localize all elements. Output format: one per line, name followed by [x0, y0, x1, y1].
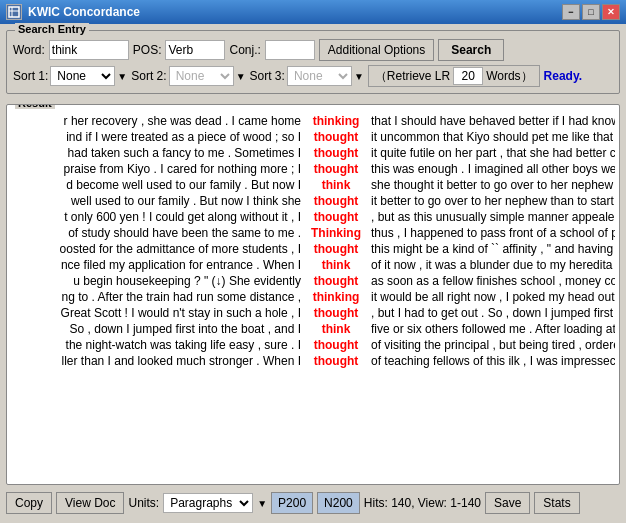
sort1-arrow-icon: ▼ [117, 71, 127, 82]
sort3-select[interactable]: None [287, 66, 352, 86]
left-context: u begin housekeeping ? " (↓) She evident… [11, 273, 301, 289]
table-row: oosted for the admittance of more studen… [7, 241, 619, 257]
table-row: ind if I were treated as a piece of wood… [7, 129, 619, 145]
sort2-label: Sort 2: [131, 69, 166, 83]
right-context: it better to go over to her nephew than … [371, 193, 615, 209]
retrieve-lr-box: （Retrieve LR Words） [368, 65, 540, 87]
right-context: it would be all right now , I poked my h… [371, 289, 615, 305]
keyword: thought [301, 353, 371, 369]
right-context: it uncommon that Kiyo should pet me like… [371, 129, 615, 145]
right-context: of visiting the principal , but being ti… [371, 337, 615, 353]
retrieve-label: （Retrieve LR [375, 68, 450, 85]
search-row1: Word: POS: Conj.: Additional Options Sea… [13, 39, 613, 61]
window-controls: − □ ✕ [562, 4, 620, 20]
n200-button[interactable]: N200 [317, 492, 360, 514]
right-context: of it now , it was a blunder due to my h… [371, 257, 615, 273]
sort2-group: Sort 2: None ▼ [131, 66, 245, 86]
table-row: nce filed my application for entrance . … [7, 257, 619, 273]
left-context: ind if I were treated as a piece of wood… [11, 129, 301, 145]
sort1-group: Sort 1: None ▼ [13, 66, 127, 86]
app-title: KWIC Concordance [28, 5, 140, 19]
left-context: nce filed my application for entrance . … [11, 257, 301, 273]
right-context: thus , I happened to pass front of a sch… [371, 225, 615, 241]
left-context: had taken such a fancy to me . Sometimes… [11, 145, 301, 161]
minimize-button[interactable]: − [562, 4, 580, 20]
keyword: thought [301, 209, 371, 225]
view-doc-button[interactable]: View Doc [56, 492, 124, 514]
search-entry-group: Search Entry Word: POS: Conj.: Additiona… [6, 30, 620, 94]
result-content[interactable]: r her recovery , she was dead . I came h… [7, 111, 619, 484]
left-context: r her recovery , she was dead . I came h… [11, 113, 301, 129]
sort2-arrow-icon: ▼ [236, 71, 246, 82]
keyword: Thinking [301, 225, 371, 241]
right-context: this might be a kind of `` affinity , " … [371, 241, 615, 257]
sort3-arrow-icon: ▼ [354, 71, 364, 82]
pos-input[interactable] [165, 40, 225, 60]
left-context: the night-watch was taking life easy , s… [11, 337, 301, 353]
word-label: Word: [13, 43, 45, 57]
right-context: five or six others followed me . After l… [371, 321, 615, 337]
units-arrow-icon: ▼ [257, 498, 267, 509]
close-button[interactable]: ✕ [602, 4, 620, 20]
table-row: So , down I jumped first into the boat ,… [7, 321, 619, 337]
keyword: thought [301, 337, 371, 353]
left-context: So , down I jumped first into the boat ,… [11, 321, 301, 337]
stats-button[interactable]: Stats [534, 492, 579, 514]
lr-input[interactable] [453, 67, 483, 85]
left-context: t only 600 yen ! I could get along witho… [11, 209, 301, 225]
table-row: praise from Kiyo . I cared for nothing m… [7, 161, 619, 177]
right-context: that I should have behaved better if I h… [371, 113, 615, 129]
keyword: think [301, 257, 371, 273]
table-row: ller than I and looked much stronger . W… [7, 353, 619, 369]
result-group: Result r her recovery , she was dead . I… [6, 104, 620, 485]
conj-input[interactable] [265, 40, 315, 60]
left-context: Great Scott ! I would n't stay in such a… [11, 305, 301, 321]
save-button[interactable]: Save [485, 492, 530, 514]
table-row: t only 600 yen ! I could get along witho… [7, 209, 619, 225]
keyword: thought [301, 193, 371, 209]
left-context: ller than I and looked much stronger . W… [11, 353, 301, 369]
sort3-label: Sort 3: [250, 69, 285, 83]
sort3-group: Sort 3: None ▼ [250, 66, 364, 86]
left-context: praise from Kiyo . I cared for nothing m… [11, 161, 301, 177]
table-row: r her recovery , she was dead . I came h… [7, 113, 619, 129]
left-context: ng to . After the train had run some dis… [11, 289, 301, 305]
main-window: Search Entry Word: POS: Conj.: Additiona… [0, 24, 626, 523]
result-group-title: Result [15, 104, 55, 109]
maximize-button[interactable]: □ [582, 4, 600, 20]
table-row: u begin housekeeping ? " (↓) She evident… [7, 273, 619, 289]
table-row: well used to our family . But now I thin… [7, 193, 619, 209]
table-row: the night-watch was taking life easy , s… [7, 337, 619, 353]
right-context: she thought it better to go over to her … [371, 177, 615, 193]
keyword: think [301, 321, 371, 337]
copy-button[interactable]: Copy [6, 492, 52, 514]
keyword: thought [301, 145, 371, 161]
bottom-bar: Copy View Doc Units: Paragraphs ▼ P200 N… [6, 489, 620, 517]
keyword: thought [301, 161, 371, 177]
keyword: thinking [301, 113, 371, 129]
right-context: it quite futile on her part , that she h… [371, 145, 615, 161]
additional-options-button[interactable]: Additional Options [319, 39, 434, 61]
words-label: Words） [486, 68, 532, 85]
word-input[interactable] [49, 40, 129, 60]
search-row2: Sort 1: None ▼ Sort 2: None ▼ Sort 3: No… [13, 65, 613, 87]
keyword: thought [301, 305, 371, 321]
table-row: of study should have been the same to me… [7, 225, 619, 241]
table-row: Great Scott ! I would n't stay in such a… [7, 305, 619, 321]
right-context: this was enough . I imagined all other b… [371, 161, 615, 177]
units-select[interactable]: Paragraphs [163, 493, 253, 513]
pos-label: POS: [133, 43, 162, 57]
search-button[interactable]: Search [438, 39, 504, 61]
sort1-select[interactable]: None [50, 66, 115, 86]
keyword: thought [301, 273, 371, 289]
sort1-label: Sort 1: [13, 69, 48, 83]
p200-button[interactable]: P200 [271, 492, 313, 514]
keyword: think [301, 177, 371, 193]
left-context: d become well used to our family . But n… [11, 177, 301, 193]
sort2-select[interactable]: None [169, 66, 234, 86]
keyword: thought [301, 241, 371, 257]
left-context: oosted for the admittance of more studen… [11, 241, 301, 257]
status-ready: Ready. [544, 69, 582, 83]
keyword: thinking [301, 289, 371, 305]
left-context: well used to our family . But now I thin… [11, 193, 301, 209]
